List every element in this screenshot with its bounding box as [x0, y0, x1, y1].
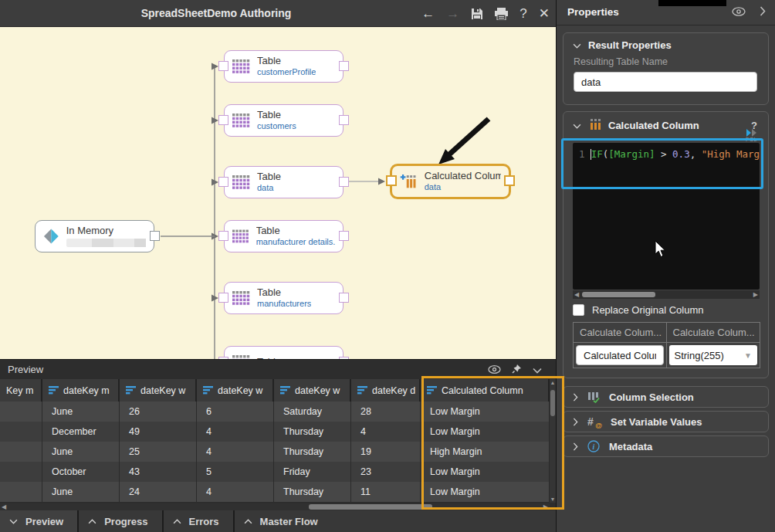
input-port[interactable] [218, 293, 228, 303]
table-cell: High Margin [421, 442, 550, 462]
column-selection-icon [587, 391, 600, 403]
calculated-column-icon [588, 118, 601, 133]
input-port[interactable] [218, 61, 228, 71]
resulting-table-name-input[interactable] [574, 72, 757, 92]
column-header[interactable]: dateKey m [42, 379, 120, 402]
table-cell: Low Margin [421, 402, 550, 422]
input-port[interactable] [218, 231, 228, 241]
window-title: SpreadSheetDemo Authoring [0, 7, 432, 19]
pin-icon[interactable] [512, 363, 522, 377]
sort-icon [126, 386, 136, 395]
result-properties-header[interactable]: Result Properties [588, 39, 672, 51]
output-port[interactable] [150, 231, 160, 241]
section-metadata[interactable]: iMetadata [563, 435, 769, 457]
expression-editor[interactable]: 1IF([Margin] > 0.3, "High Marg [573, 143, 760, 290]
output-port[interactable] [339, 293, 349, 303]
output-port[interactable] [339, 231, 349, 241]
bottom-tab-bar: PreviewProgressErrorsMaster Flow [0, 510, 556, 532]
table-row[interactable]: June254Thursday19High Margin [0, 442, 550, 462]
tab-master-flow[interactable]: Master Flow [235, 510, 556, 532]
save-icon[interactable] [471, 8, 483, 20]
table-cell: Thursday [274, 482, 351, 502]
replace-original-column-checkbox[interactable] [573, 304, 584, 316]
chevron-right-icon [573, 418, 578, 426]
table-cell: 25 [120, 442, 197, 462]
chevron-down-icon[interactable] [573, 120, 581, 131]
chevron-down-icon[interactable] [573, 39, 581, 51]
tab-errors[interactable]: Errors [164, 510, 233, 532]
column-name-input[interactable] [576, 345, 664, 365]
flow-node-table[interactable]: Table [224, 346, 344, 359]
result-properties-card: Result Properties Resulting Table Name [563, 32, 769, 105]
output-port[interactable] [339, 177, 349, 187]
input-port[interactable] [218, 177, 228, 187]
column-header[interactable]: dateKey w [274, 379, 351, 402]
sort-icon [427, 386, 437, 395]
expression-code-line: 1IF([Margin] > 0.3, "High Marg [573, 143, 760, 160]
flow-node-manufacturer-details[interactable]: Tablemanufacturer details... [224, 220, 344, 252]
flow-node-manufacturers[interactable]: Tablemanufacturers [224, 282, 344, 314]
sort-icon [49, 386, 59, 395]
input-port[interactable] [218, 115, 228, 125]
table-row[interactable]: October435Friday23Low Margin [0, 462, 550, 482]
calculated-column-icon [400, 173, 418, 190]
flow-node-customerprofile[interactable]: TablecustomerProfile [224, 50, 344, 83]
help-icon[interactable]: ? [519, 7, 526, 20]
tab-progress[interactable]: Progress [79, 510, 161, 532]
properties-title: Properties [567, 6, 619, 18]
table-row[interactable]: December494Thursday4Low Margin [0, 422, 550, 442]
flow-node-data[interactable]: Calculated Colum...data [390, 164, 511, 199]
column-header[interactable]: Calculated Column [421, 379, 550, 402]
column-header[interactable]: Key m [0, 379, 42, 402]
metadata-icon: i [587, 440, 600, 452]
table-cell: 24 [120, 482, 197, 502]
section-column-selection[interactable]: Column Selection [563, 386, 769, 408]
table-cell [0, 442, 42, 462]
table-cell: Thursday [274, 422, 351, 442]
chevron-right-icon [573, 393, 578, 402]
redaction-bar [658, 0, 726, 6]
chevron-down-icon [9, 519, 18, 524]
table-cell: 23 [351, 462, 421, 482]
print-icon[interactable] [495, 8, 508, 20]
sort-icon [280, 386, 290, 395]
table-cell: 26 [120, 402, 197, 422]
table-cell: December [42, 422, 120, 442]
input-port[interactable] [386, 175, 397, 186]
flow-canvas[interactable]: TablecustomerProfileTablecustomersTabled… [0, 27, 556, 359]
section-set-variable-values[interactable]: #@Set Variable Values [563, 411, 769, 432]
column-type-select[interactable]: String(255) ▼ [669, 345, 758, 365]
tab-preview[interactable]: Preview [0, 510, 77, 532]
table-cell: June [42, 402, 120, 422]
column-header[interactable]: dateKey d [351, 379, 421, 402]
flow-node-data[interactable]: Tabledata [224, 166, 344, 198]
table-cell [0, 422, 42, 442]
editor-horizontal-scrollbar[interactable]: ◀▶ [573, 290, 760, 299]
chevron-up-icon [173, 519, 181, 524]
chevron-down-icon[interactable] [533, 363, 542, 377]
output-port[interactable] [504, 175, 515, 186]
table-icon [232, 291, 250, 306]
table-row[interactable]: June244Thursday11Low Margin [0, 482, 550, 502]
column-header[interactable]: dateKey w [120, 379, 197, 402]
preview-vertical-scrollbar[interactable]: ▲▼ [550, 379, 556, 503]
table-cell: Friday [274, 462, 351, 482]
chevron-right-icon[interactable] [760, 5, 766, 19]
calculated-column-header[interactable]: Calculated Column [608, 120, 699, 131]
table-row[interactable]: June266Saturday28Low Margin [0, 402, 550, 422]
flow-node-in-memory[interactable]: In Memory [35, 220, 154, 252]
output-port[interactable] [339, 115, 349, 125]
sort-icon [203, 386, 213, 395]
flow-node-customers[interactable]: Tablecustomers [224, 104, 344, 137]
back-icon[interactable]: ← [421, 7, 435, 20]
table-cell: 4 [197, 442, 274, 462]
column-header[interactable]: dateKey w [197, 379, 274, 402]
eye-icon[interactable] [488, 363, 501, 377]
table-cell: Low Margin [421, 462, 550, 482]
eye-icon[interactable] [732, 5, 746, 19]
chevron-down-icon: ▼ [744, 351, 752, 360]
table-cell [0, 402, 42, 422]
output-port[interactable] [339, 61, 349, 71]
close-icon[interactable]: ✕ [539, 7, 550, 20]
table-icon [232, 59, 250, 74]
